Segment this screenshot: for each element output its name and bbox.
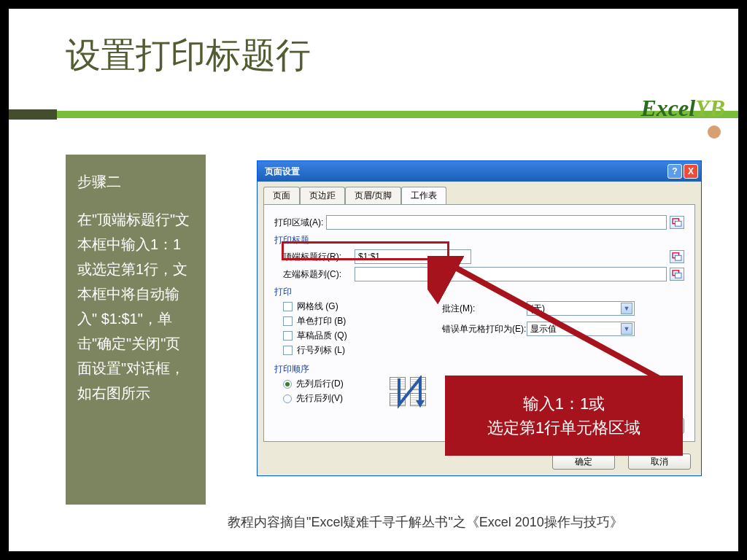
sheet-panel: 打印区域(A): 打印标题 顶端标题行(R): 左端标题列(C): 打印	[263, 204, 695, 442]
comments-label: 批注(M):	[442, 303, 527, 315]
rows-label: 顶端标题行(R):	[283, 251, 352, 263]
rows-input[interactable]	[355, 249, 471, 264]
print-titles-section: 打印标题	[274, 234, 684, 246]
errors-combo[interactable]: 显示值 ▼	[527, 322, 635, 336]
close-icon[interactable]: X	[684, 164, 698, 179]
svg-rect-1	[675, 221, 681, 226]
callout: 输入1：1或 选定第1行单元格区域	[445, 376, 683, 456]
tab-margins[interactable]: 页边距	[300, 187, 345, 205]
tabs: 页面 页边距 页眉/页脚 工作表	[263, 187, 695, 205]
print-area-label: 打印区域(A):	[274, 217, 323, 229]
slide: 设置打印标题行 ExcelYB 步骤二 在"顶端标题行"文本框中输入1：1或选定…	[9, 9, 738, 551]
order-over-radio[interactable]: 先行后列(V)	[283, 392, 376, 405]
step-body: 在"顶端标题行"文本框中输入1：1或选定第1行，文本框中将自动输入" $1:$1…	[77, 207, 194, 405]
gridlines-checkbox[interactable]: 网格线 (G)	[283, 300, 413, 313]
bw-checkbox[interactable]: 单色打印 (B)	[283, 315, 413, 327]
order-down-radio[interactable]: 先列后行(D)	[283, 378, 376, 390]
print-section: 打印	[274, 286, 684, 298]
svg-rect-3	[675, 255, 681, 260]
tab-headerfooter[interactable]: 页眉/页脚	[345, 187, 401, 205]
cancel-button[interactable]: 取消	[628, 454, 691, 470]
tab-page[interactable]: 页面	[263, 187, 300, 205]
chevron-down-icon: ▼	[621, 303, 632, 314]
order-section: 打印顺序	[274, 363, 684, 376]
range-picker-icon[interactable]	[670, 216, 684, 229]
rowcol-checkbox[interactable]: 行号列标 (L)	[283, 344, 413, 357]
slide-title: 设置打印标题行	[9, 9, 738, 86]
tab-sheet[interactable]: 工作表	[401, 187, 446, 205]
avatar-icon	[708, 125, 721, 139]
svg-rect-5	[675, 273, 681, 278]
print-area-input[interactable]	[326, 215, 667, 230]
range-picker-icon[interactable]	[670, 268, 684, 281]
errors-label: 错误单元格打印为(E):	[442, 323, 527, 335]
source-text: 教程内容摘自"Excel疑难千寻千解丛书"之《Excel 2010操作与技巧》	[228, 513, 623, 531]
cols-label: 左端标题列(C):	[283, 268, 352, 281]
sidebar: 步骤二 在"顶端标题行"文本框中输入1：1或选定第1行，文本框中将自动输入" $…	[66, 155, 206, 505]
cols-input[interactable]	[355, 267, 667, 281]
comments-combo[interactable]: (无) ▼	[527, 301, 635, 316]
range-picker-icon[interactable]	[670, 250, 684, 263]
page-setup-dialog: 页面设置 ? X 页面 页边距 页眉/页脚 工作表 打印区域(A): 打印标题 …	[257, 160, 702, 476]
accent-bar	[9, 111, 738, 118]
ok-button[interactable]: 确定	[552, 454, 615, 470]
print-order-icon	[385, 376, 438, 409]
accent-dark	[9, 109, 57, 120]
logo: ExcelYB	[640, 95, 725, 122]
dialog-title: 页面设置	[265, 166, 666, 178]
titlebar[interactable]: 页面设置 ? X	[258, 161, 701, 182]
step-label: 步骤二	[77, 169, 194, 194]
chevron-down-icon: ▼	[621, 323, 632, 335]
draft-checkbox[interactable]: 草稿品质 (Q)	[283, 330, 413, 342]
help-icon[interactable]: ?	[667, 164, 682, 179]
